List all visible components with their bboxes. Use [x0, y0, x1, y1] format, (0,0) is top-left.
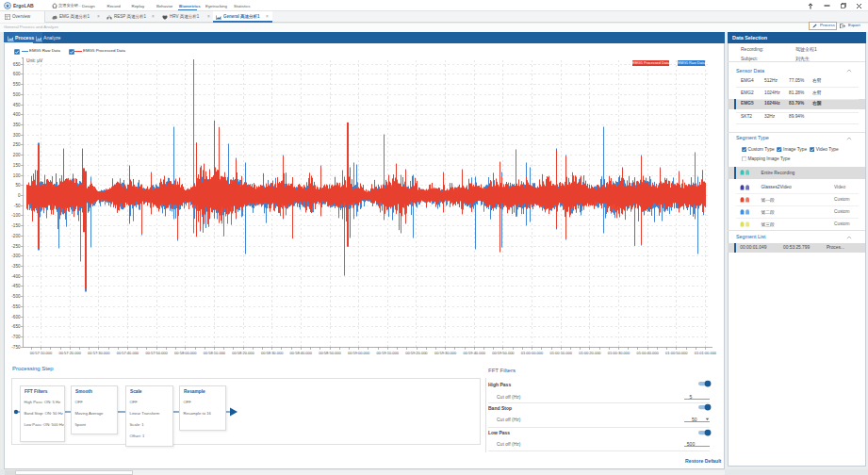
svg-text:00:57:10.000: 00:57:10.000: [30, 351, 53, 355]
svg-text:-100: -100: [11, 213, 21, 218]
svg-text:400: 400: [13, 112, 21, 117]
svg-text:01:00:30.000: 01:00:30.000: [608, 351, 631, 355]
svg-text:-550: -550: [11, 304, 21, 309]
svg-text:150: 150: [13, 163, 21, 168]
svg-text:00:57:50.000: 00:57:50.000: [145, 351, 168, 355]
svg-text:600: 600: [13, 72, 21, 76]
svg-text:00:58:50.000: 00:58:50.000: [319, 351, 341, 355]
svg-text:-150: -150: [11, 223, 21, 228]
svg-text:350: 350: [13, 123, 21, 127]
svg-text:-750: -750: [11, 345, 21, 350]
svg-text:01:00:40.000: 01:00:40.000: [636, 351, 659, 355]
svg-text:0: 0: [18, 193, 21, 198]
svg-text:-350: -350: [11, 264, 21, 269]
svg-text:450: 450: [13, 103, 21, 107]
svg-text:00:59:40.000: 00:59:40.000: [464, 351, 486, 355]
svg-text:-450: -450: [11, 284, 21, 288]
svg-text:00:59:50.000: 00:59:50.000: [492, 351, 515, 355]
svg-text:00:58:20.000: 00:58:20.000: [232, 351, 254, 355]
svg-text:-700: -700: [11, 335, 21, 339]
svg-text:-50: -50: [14, 204, 21, 208]
svg-text:00:59:30.000: 00:59:30.000: [434, 351, 457, 355]
svg-text:00:58:40.000: 00:58:40.000: [290, 351, 313, 355]
svg-text:01:00:10.000: 01:00:10.000: [550, 351, 573, 355]
svg-text:300: 300: [13, 133, 21, 138]
svg-text:00:59:20.000: 00:59:20.000: [405, 351, 428, 355]
svg-text:00:57:30.000: 00:57:30.000: [88, 351, 110, 355]
svg-text:00:59:10.000: 00:59:10.000: [377, 351, 400, 355]
svg-text:50: 50: [15, 183, 21, 188]
svg-text:550: 550: [13, 82, 21, 87]
svg-text:200: 200: [13, 153, 21, 157]
svg-text:500: 500: [13, 92, 21, 97]
svg-text:01:00:50.000: 01:00:50.000: [665, 351, 688, 355]
svg-text:00:59:00.000: 00:59:00.000: [348, 351, 370, 355]
svg-text:01:00:20.000: 01:00:20.000: [579, 351, 601, 355]
svg-text:-300: -300: [11, 254, 21, 258]
svg-text:01:00:00.000: 01:00:00.000: [521, 351, 544, 355]
svg-text:-250: -250: [11, 244, 21, 249]
svg-text:250: 250: [13, 142, 21, 147]
svg-text:650: 650: [13, 62, 21, 67]
svg-text:100: 100: [13, 173, 21, 178]
svg-text:00:57:20.000: 00:57:20.000: [59, 351, 82, 355]
svg-text:-650: -650: [11, 324, 21, 329]
svg-text:00:57:40.000: 00:57:40.000: [117, 351, 139, 355]
svg-text:01:01:00.000: 01:01:00.000: [695, 351, 717, 355]
svg-text:-400: -400: [11, 274, 21, 279]
svg-text:-500: -500: [11, 294, 21, 299]
svg-text:00:58:00.000: 00:58:00.000: [174, 351, 197, 355]
svg-text:-600: -600: [11, 315, 21, 319]
svg-text:00:58:10.000: 00:58:10.000: [204, 351, 226, 355]
svg-text:Unit: μV: Unit: μV: [26, 58, 43, 63]
svg-text:00:58:30.000: 00:58:30.000: [261, 351, 284, 355]
svg-text:-200: -200: [11, 234, 21, 238]
